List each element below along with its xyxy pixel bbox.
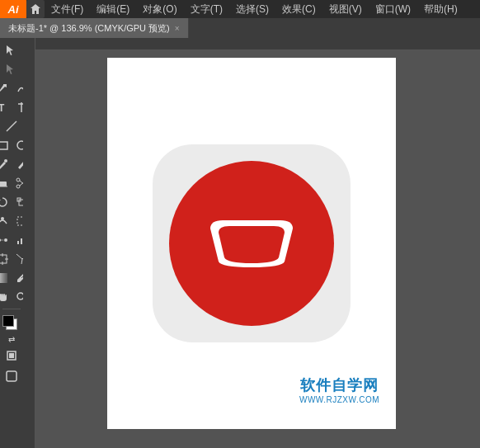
svg-marker-15 — [0, 200, 1, 202]
warp-tool[interactable] — [0, 212, 12, 230]
tab-close-button[interactable]: × — [175, 24, 180, 33]
svg-rect-31 — [0, 273, 7, 283]
pen-tool[interactable] — [0, 79, 12, 97]
selection-tool[interactable] — [2, 41, 21, 59]
svg-rect-23 — [17, 241, 19, 244]
canvas-area: 软件自学网 WWW.RJZXW.COM — [23, 38, 480, 448]
app-logo[interactable]: Ai — [0, 0, 26, 18]
svg-point-20 — [0, 238, 1, 242]
main-area: T — [0, 38, 480, 448]
svg-marker-1 — [7, 64, 13, 74]
color-swatches: ⇄ — [2, 315, 21, 344]
drawing-modes-icon[interactable] — [2, 347, 21, 365]
icon-card — [153, 144, 351, 342]
tab-bar: 未标题-1* @ 136.9% (CMYK/GPU 预览) × — [0, 18, 480, 38]
menu-select[interactable]: 选择(S) — [229, 0, 275, 18]
svg-point-21 — [4, 238, 7, 242]
tab-title: 未标题-1* @ 136.9% (CMYK/GPU 预览) — [8, 22, 170, 35]
home-icon[interactable] — [26, 0, 45, 18]
type-tool[interactable]: T — [0, 98, 12, 116]
gradient-tool[interactable] — [0, 269, 12, 287]
watermark: 软件自学网 WWW.RJZXW.COM — [299, 375, 379, 404]
menu-file[interactable]: 文件(F) — [45, 0, 90, 18]
icon-circle — [169, 161, 334, 326]
line-tool[interactable] — [2, 117, 21, 135]
ruler-vertical — [23, 38, 35, 448]
svg-text:T: T — [0, 102, 5, 113]
artboard-tool[interactable] — [0, 250, 12, 268]
toolbar-separator — [2, 309, 21, 309]
menu-effect[interactable]: 效果(C) — [275, 0, 322, 18]
rectangle-tool[interactable] — [0, 136, 12, 154]
blend-tool[interactable] — [0, 231, 12, 249]
canvas-content: 软件自学网 WWW.RJZXW.COM — [23, 38, 480, 448]
svg-rect-9 — [0, 182, 7, 186]
menu-object[interactable]: 对象(O) — [136, 0, 183, 18]
svg-rect-36 — [9, 353, 14, 358]
menu-window[interactable]: 窗口(W) — [369, 0, 417, 18]
artboard: 软件自学网 WWW.RJZXW.COM — [107, 58, 396, 429]
direct-selection-tool[interactable] — [2, 60, 21, 78]
menu-view[interactable]: 视图(V) — [322, 0, 369, 18]
svg-marker-0 — [7, 45, 13, 55]
svg-rect-6 — [0, 142, 7, 149]
menu-edit[interactable]: 编辑(E) — [90, 0, 136, 18]
rotate-tool[interactable] — [0, 193, 12, 211]
svg-line-5 — [7, 121, 16, 131]
hand-tool[interactable] — [0, 288, 12, 306]
svg-point-11 — [16, 178, 20, 182]
document-tab[interactable]: 未标题-1* @ 136.9% (CMYK/GPU 预览) × — [0, 18, 189, 38]
svg-rect-24 — [21, 238, 22, 244]
color-stack[interactable] — [2, 315, 21, 333]
screen-modes-icon[interactable] — [2, 367, 21, 385]
swap-colors-icon[interactable]: ⇄ — [8, 335, 15, 344]
svg-point-8 — [4, 159, 7, 163]
menu-items: 文件(F) 编辑(E) 对象(O) 文字(T) 选择(S) 效果(C) 视图(V… — [45, 0, 480, 18]
svg-point-18 — [1, 217, 4, 220]
bottom-tools — [2, 347, 21, 385]
svg-rect-37 — [7, 371, 16, 381]
svg-point-12 — [16, 185, 20, 188]
eraser-tool[interactable] — [0, 174, 12, 192]
menu-help[interactable]: 帮助(H) — [417, 0, 464, 18]
menu-bar: Ai 文件(F) 编辑(E) 对象(O) 文字(T) 选择(S) 效果(C) 视… — [0, 0, 480, 18]
ruler-horizontal — [23, 38, 480, 50]
watermark-text-sub: WWW.RJZXW.COM — [299, 395, 379, 404]
menu-text[interactable]: 文字(T) — [184, 0, 229, 18]
watermark-text-main: 软件自学网 — [299, 375, 379, 395]
bowl-svg — [206, 216, 297, 270]
paintbrush-tool[interactable] — [0, 155, 12, 173]
foreground-color-swatch[interactable] — [2, 315, 14, 327]
toolbar: T — [0, 38, 23, 448]
